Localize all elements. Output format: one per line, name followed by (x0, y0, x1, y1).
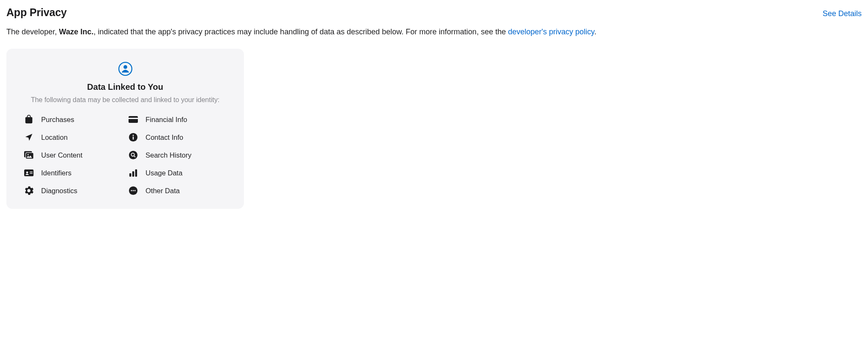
data-item-label: Financial Info (146, 116, 187, 124)
svg-point-1 (123, 65, 127, 69)
data-item-label: Identifiers (41, 169, 72, 177)
svg-rect-2 (129, 116, 138, 123)
data-item-usage-data: Usage Data (128, 167, 227, 178)
svg-rect-5 (133, 136, 134, 139)
user-circle-icon (118, 61, 133, 76)
svg-rect-19 (135, 169, 137, 177)
id-card-icon (23, 167, 34, 178)
svg-point-21 (131, 190, 132, 191)
data-item-diagnostics: Diagnostics (23, 185, 123, 196)
data-item-label: Diagnostics (41, 187, 77, 195)
data-item-contact: Contact Info (128, 132, 227, 143)
see-details-link[interactable]: See Details (823, 9, 862, 18)
data-item-label: Search History (146, 151, 191, 159)
data-item-label: Location (41, 133, 67, 141)
card-subtitle: The following data may be collected and … (23, 96, 227, 104)
svg-rect-8 (26, 153, 34, 159)
desc-suffix: . (594, 28, 596, 36)
credit-card-icon (128, 114, 139, 125)
info-circle-icon (128, 132, 139, 143)
data-item-label: Purchases (41, 116, 74, 124)
data-linked-card: Data Linked to You The following data ma… (6, 49, 244, 209)
svg-rect-17 (129, 173, 132, 177)
data-item-label: Other Data (146, 187, 180, 195)
data-item-purchases: Purchases (23, 114, 123, 125)
data-item-user-content: User Content (23, 150, 123, 161)
data-item-location: Location (23, 132, 123, 143)
ellipsis-circle-icon (128, 185, 139, 196)
svg-rect-15 (30, 172, 33, 172)
bar-chart-icon (128, 167, 139, 178)
card-title: Data Linked to You (23, 82, 227, 92)
data-item-identifiers: Identifiers (23, 167, 123, 178)
svg-point-14 (26, 172, 28, 174)
privacy-description: The developer, Waze Inc., indicated that… (6, 26, 862, 38)
photos-icon (23, 150, 34, 161)
data-item-financial: Financial Info (128, 114, 227, 125)
developer-name: Waze Inc. (59, 28, 93, 36)
svg-point-22 (133, 190, 134, 191)
data-item-label: Usage Data (146, 169, 182, 177)
desc-middle: , indicated that the app's privacy pract… (93, 28, 508, 36)
gear-icon (23, 185, 34, 196)
svg-point-6 (133, 135, 134, 136)
section-title: App Privacy (6, 6, 67, 19)
data-item-other-data: Other Data (128, 185, 227, 196)
data-item-search-history: Search History (128, 150, 227, 161)
bag-icon (23, 114, 34, 125)
svg-point-23 (134, 190, 136, 191)
location-arrow-icon (23, 132, 34, 143)
desc-prefix: The developer, (6, 28, 59, 36)
svg-point-10 (129, 151, 137, 159)
svg-rect-16 (30, 173, 33, 174)
svg-rect-18 (132, 171, 134, 177)
data-item-label: Contact Info (146, 133, 183, 141)
data-item-label: User Content (41, 151, 82, 159)
svg-point-9 (28, 154, 29, 155)
search-circle-icon (128, 150, 139, 161)
svg-rect-13 (24, 169, 34, 176)
svg-rect-3 (129, 118, 138, 119)
privacy-policy-link[interactable]: developer's privacy policy (508, 28, 594, 36)
